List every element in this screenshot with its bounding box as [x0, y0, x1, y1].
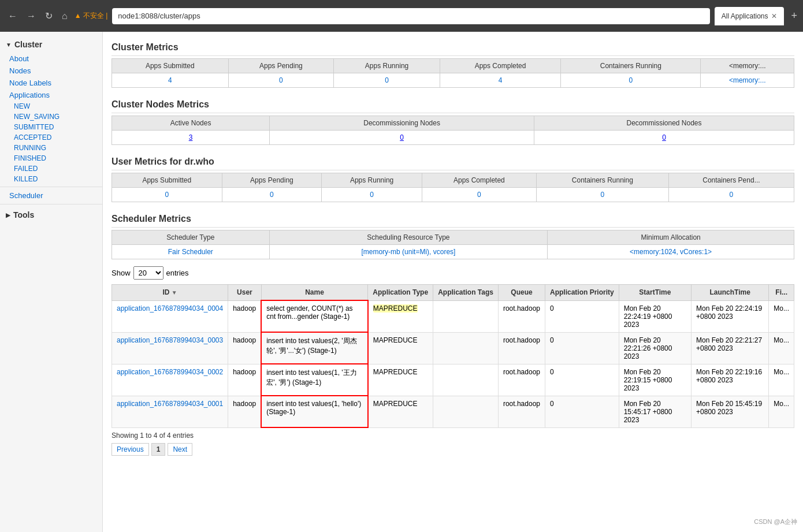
- col-app-type[interactable]: Application Type: [368, 285, 433, 301]
- prev-page-btn[interactable]: Previous: [111, 443, 149, 456]
- main-content: Cluster Metrics Apps Submitted Apps Pend…: [103, 32, 803, 532]
- forward-button[interactable]: →: [24, 9, 38, 24]
- col-id[interactable]: ID ▼: [112, 285, 228, 301]
- show-entries-control: Show 10 20 25 50 100 entries: [111, 266, 794, 280]
- col-memory: <memory:...: [701, 59, 794, 73]
- showing-text: Showing 1 to 4 of 4 entries: [111, 431, 794, 440]
- page-1-btn[interactable]: 1: [151, 443, 166, 456]
- cell-queue-0003: root.hadoop: [498, 332, 545, 364]
- cell-queue-0001: root.hadoop: [498, 396, 545, 427]
- col-containers-running: Containers Running: [561, 59, 701, 73]
- sidebar-item-scheduler[interactable]: Scheduler: [0, 189, 102, 202]
- cell-tags-0002: [433, 364, 499, 396]
- cell-start-0003: Mon Feb 20 22:21:26 +0800 2023: [619, 332, 691, 364]
- user-metrics-title: User Metrics for dr.who: [111, 152, 794, 170]
- sidebar-item-about[interactable]: About: [0, 53, 102, 65]
- app-id-link-0001[interactable]: application_1676878994034_0001: [117, 400, 223, 408]
- val-decommissioning-nodes: 0: [270, 131, 534, 145]
- cell-priority-0004: 0: [545, 300, 619, 332]
- app-id-link-0002[interactable]: application_1676878994034_0002: [117, 368, 223, 376]
- cell-name-0003: insert into test values(2, '周杰轮', '男'...…: [261, 332, 368, 364]
- col-user-apps-completed: Apps Completed: [422, 173, 536, 188]
- sidebar-sub-new[interactable]: NEW: [0, 101, 102, 111]
- cell-user-0001: hadoop: [228, 396, 262, 427]
- sidebar-sub-finished[interactable]: FINISHED: [0, 153, 102, 163]
- app-id-link-0003[interactable]: application_1676878994034_0003: [117, 336, 223, 344]
- col-decommissioning-nodes: Decommissioning Nodes: [270, 116, 534, 131]
- sidebar-item-applications[interactable]: Applications: [0, 89, 102, 101]
- val-containers-running: 0: [561, 73, 701, 88]
- cell-priority-0003: 0: [545, 332, 619, 364]
- cell-tags-0001: [433, 396, 499, 427]
- cell-name-0002: insert into test values(1, '王力宏', '男') (…: [261, 364, 368, 396]
- cluster-section-header[interactable]: ▼ Cluster: [0, 36, 102, 53]
- col-start-time[interactable]: StartTime: [619, 285, 691, 301]
- cell-finish-0004: Mo...: [769, 300, 794, 332]
- entries-select[interactable]: 10 20 25 50 100: [133, 266, 163, 280]
- val-scheduling-resource-type: [memory-mb (unit=Mi), vcores]: [269, 245, 548, 259]
- sidebar-item-nodes[interactable]: Nodes: [0, 65, 102, 77]
- cell-app-type-0002: MAPREDUCE: [368, 364, 433, 396]
- sidebar-divider: [0, 187, 102, 187]
- sidebar-sub-running[interactable]: RUNNING: [0, 143, 102, 153]
- cluster-nodes-metrics-title: Cluster Nodes Metrics: [111, 95, 794, 113]
- back-button[interactable]: ←: [6, 9, 20, 24]
- val-user-containers-running: 0: [536, 188, 668, 202]
- cluster-nodes-metrics-table: Active Nodes Decommissioning Nodes Decom…: [111, 116, 794, 145]
- sidebar-sub-new-saving[interactable]: NEW_SAVING: [0, 111, 102, 122]
- col-apps-completed: Apps Completed: [440, 59, 560, 73]
- col-app-tags[interactable]: Application Tags: [433, 285, 499, 301]
- col-apps-pending: Apps Pending: [228, 59, 334, 73]
- col-apps-submitted: Apps Submitted: [112, 59, 229, 73]
- cell-user-0002: hadoop: [228, 364, 262, 396]
- col-name[interactable]: Name: [261, 285, 368, 301]
- sidebar-sub-accepted[interactable]: ACCEPTED: [0, 132, 102, 143]
- sidebar-sub-failed[interactable]: FAILED: [0, 163, 102, 174]
- col-apps-running: Apps Running: [334, 59, 440, 73]
- cell-app-type-0004: MAPREDUCE: [368, 300, 433, 332]
- cell-launch-0001: Mon Feb 20 15:45:19 +0800 2023: [692, 396, 769, 427]
- col-scheduler-type: Scheduler Type: [112, 230, 270, 245]
- applications-table: ID ▼ User Name Application Type Applicat…: [111, 284, 794, 428]
- val-user-apps-running: 0: [322, 188, 422, 202]
- scheduler-metrics-table: Scheduler Type Scheduling Resource Type …: [111, 230, 794, 259]
- val-apps-submitted: 4: [112, 73, 229, 88]
- cell-id-0001: application_1676878994034_0001: [112, 396, 228, 427]
- val-memory: <memory:...: [701, 73, 794, 88]
- val-user-apps-submitted: 0: [112, 188, 222, 202]
- cell-priority-0001: 0: [545, 396, 619, 427]
- browser-tab[interactable]: All Applications ✕: [715, 7, 785, 25]
- val-minimum-allocation: <memory:1024, vCores:1>: [548, 245, 794, 259]
- sidebar-sub-submitted[interactable]: SUBMITTED: [0, 122, 102, 132]
- col-minimum-allocation: Minimum Allocation: [548, 230, 794, 245]
- home-button[interactable]: ⌂: [60, 9, 70, 24]
- sidebar-sub-killed[interactable]: KILLED: [0, 174, 102, 184]
- table-row: application_1676878994034_0001 hadoop in…: [112, 396, 794, 427]
- col-queue[interactable]: Queue: [498, 285, 545, 301]
- tools-section-header[interactable]: ▶ Tools: [0, 207, 102, 223]
- url-bar[interactable]: [112, 8, 709, 24]
- col-finish[interactable]: Fi...: [769, 285, 794, 301]
- val-scheduler-type: Fair Scheduler: [112, 245, 270, 259]
- cell-id-0004: application_1676878994034_0004: [112, 300, 228, 332]
- col-user-containers-pend: Containers Pend...: [668, 173, 794, 188]
- cell-start-0001: Mon Feb 20 15:45:17 +0800 2023: [619, 396, 691, 427]
- app-id-link-0004[interactable]: application_1676878994034_0004: [117, 304, 223, 312]
- val-decommissioned-nodes: 0: [534, 131, 794, 145]
- cell-queue-0004: root.hadoop: [498, 300, 545, 332]
- col-user-apps-pending: Apps Pending: [222, 173, 322, 188]
- col-app-priority[interactable]: Application Priority: [545, 285, 619, 301]
- new-tab-icon[interactable]: +: [791, 10, 797, 22]
- id-sort-icon: ▼: [172, 289, 177, 296]
- cluster-label: Cluster: [14, 40, 42, 49]
- col-user[interactable]: User: [228, 285, 262, 301]
- tab-close-icon[interactable]: ✕: [771, 12, 777, 20]
- cluster-expand-arrow: ▼: [6, 42, 12, 48]
- next-page-btn[interactable]: Next: [168, 443, 192, 456]
- security-warning: ▲ 不安全 |: [75, 11, 108, 21]
- col-launch-time[interactable]: LaunchTime: [692, 285, 769, 301]
- cell-queue-0002: root.hadoop: [498, 364, 545, 396]
- refresh-button[interactable]: ↻: [43, 8, 55, 24]
- sidebar-item-node-labels[interactable]: Node Labels: [0, 77, 102, 89]
- cell-priority-0002: 0: [545, 364, 619, 396]
